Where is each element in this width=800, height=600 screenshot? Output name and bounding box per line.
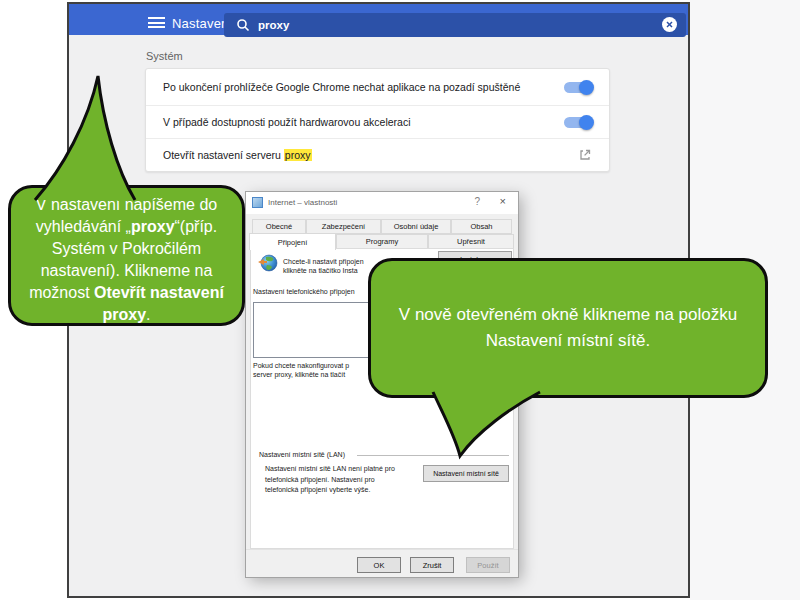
- dialog-intro-text: Chcete-li nastavit připojen klikněte na …: [283, 257, 364, 275]
- settings-card: Po ukončení prohlížeče Google Chrome nec…: [145, 68, 610, 172]
- search-input[interactable]: [258, 13, 638, 37]
- dialup-settings-label: Nastavení telefonického připojen: [253, 288, 355, 295]
- internet-properties-icon: [252, 197, 263, 208]
- dialog-footer: OK Zrušit Použít: [246, 549, 518, 577]
- lan-description-text: Nastavení místní sítě LAN není platné pr…: [265, 464, 395, 496]
- lan-group-label: Nastavení místní sítě (LAN): [259, 451, 345, 458]
- toggle-knob: [579, 80, 594, 95]
- setting-row-open-proxy[interactable]: Otevřít nastavení serveru proxy: [146, 138, 609, 171]
- setting-row-hardware-acceleration: V případě dostupnosti použít hardwarovou…: [146, 105, 609, 138]
- external-link-icon: [578, 148, 592, 162]
- dialog-help-button[interactable]: ?: [474, 196, 480, 207]
- search-highlight: proxy: [284, 149, 312, 161]
- tab-pripojeni[interactable]: Připojení: [249, 233, 336, 250]
- hamburger-icon[interactable]: [148, 17, 165, 28]
- circle-x-icon: [666, 21, 673, 28]
- tab-programy[interactable]: Programy: [336, 234, 428, 249]
- dialog-close-button[interactable]: ×: [500, 195, 506, 207]
- dialog-title: Internet – vlastnosti: [268, 198, 337, 207]
- section-label-system: Systém: [146, 50, 183, 62]
- right-callout-bubble: V nově otevřeném okně klikneme na položk…: [368, 258, 768, 398]
- dialog-titlebar[interactable]: Internet – vlastnosti ? ×: [246, 192, 518, 214]
- tab-zabezpeceni[interactable]: Zabezpečení: [306, 219, 381, 234]
- toggle-background-apps[interactable]: [564, 82, 592, 93]
- tab-osobni-udaje[interactable]: Osobní údaje: [381, 219, 451, 234]
- globe-icon: [257, 253, 279, 273]
- tab-upresnit[interactable]: Upřesnit: [428, 234, 514, 249]
- search-clear-button[interactable]: [662, 17, 677, 32]
- ok-button[interactable]: OK: [357, 557, 401, 573]
- right-callout-tail: [425, 390, 550, 462]
- toggle-knob: [579, 115, 594, 130]
- chrome-settings-header: Nastavení: [69, 4, 688, 35]
- settings-search-box[interactable]: [224, 13, 686, 37]
- toggle-hardware-acceleration[interactable]: [564, 117, 592, 128]
- setting-label: Otevřít nastavení serveru proxy: [163, 149, 312, 161]
- left-callout-tail: [25, 70, 145, 202]
- setting-label: V případě dostupnosti použít hardwarovou…: [163, 116, 410, 128]
- tab-obsah[interactable]: Obsah: [451, 219, 512, 234]
- left-callout-bubble: V nastavení napíšeme do vyhledávání „pro…: [8, 185, 245, 326]
- setting-label: Po ukončení prohlížeče Google Chrome nec…: [163, 81, 520, 93]
- apply-button-disabled: Použít: [466, 557, 510, 573]
- setting-row-background-apps: Po ukončení prohlížeče Google Chrome nec…: [146, 69, 609, 105]
- lan-settings-button[interactable]: Nastavení místní sítě: [423, 465, 509, 482]
- tab-obecne[interactable]: Obecné: [252, 219, 306, 234]
- cancel-button[interactable]: Zrušit: [410, 557, 454, 573]
- magnifier-icon: [236, 18, 250, 32]
- proxy-hint-text: Pokud chcete nakonfigurovat p server pro…: [253, 361, 349, 379]
